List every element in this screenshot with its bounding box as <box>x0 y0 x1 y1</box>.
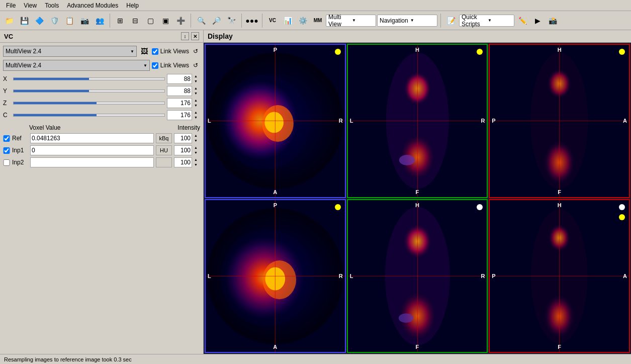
toolbar-icon-1[interactable]: 📁 <box>2 14 16 28</box>
slider-y-spinner[interactable]: ▲ ▼ <box>194 86 200 96</box>
panel-close-btn[interactable]: ✕ <box>191 32 199 40</box>
toolbar-icon-3[interactable]: 🔷 <box>32 14 46 28</box>
cell-5-top-label: H <box>558 202 562 208</box>
voxel-ref-spinner[interactable]: ▲ ▼ <box>194 133 200 143</box>
voxel-row-ref: Ref 0.0481263 kBq 100 ▲ ▼ <box>3 133 200 143</box>
link-views-checkbox-1[interactable]: Link Views <box>152 48 189 55</box>
link-views-checkbox-2[interactable]: Link Views <box>152 62 189 69</box>
refresh-btn-1[interactable]: ↺ <box>191 47 200 56</box>
svg-point-10 <box>399 155 414 165</box>
cell-2-dot <box>619 49 625 55</box>
toolbar-icon-5[interactable]: 📋 <box>62 14 76 28</box>
multiview-dropdown-1[interactable]: MultiView 2.4 ▼ <box>3 46 137 57</box>
display-cell-4[interactable]: H F L R <box>347 199 488 353</box>
toolbar-list-icon[interactable]: 📊 <box>281 14 295 28</box>
toolbar-mm-icon[interactable]: MM <box>311 14 325 28</box>
slider-c-spinner[interactable]: ▲ ▼ <box>194 110 200 120</box>
cell-4-dot <box>477 204 483 210</box>
voxel-ref-input[interactable]: 0.0481263 <box>30 133 154 143</box>
panel-titlebar: VC ↕ ✕ <box>0 30 203 43</box>
toolbar-settings-icon[interactable]: ⚙️ <box>296 14 310 28</box>
toolbar-grid-square[interactable]: ▣ <box>158 14 172 28</box>
voxel-inp2-check[interactable] <box>3 159 10 166</box>
cell-5-right-label: A <box>623 273 627 279</box>
toolbar-play-icon[interactable]: ▶ <box>530 14 545 28</box>
multiview-img-btn-1[interactable]: 🖼 <box>139 46 150 57</box>
slider-y-label: Y <box>3 87 11 95</box>
slider-z-fill <box>14 102 97 104</box>
display-cell-5[interactable]: H F P A <box>489 199 630 353</box>
panel-restore-btn[interactable]: ↕ <box>181 32 189 40</box>
multiview-dropdown-2[interactable]: MultiView 2.4 ▼ <box>3 60 150 71</box>
cell-0-top-label: P <box>274 47 277 53</box>
cell-1-right-label: R <box>481 118 485 124</box>
voxel-inp1-check[interactable] <box>3 147 10 154</box>
cell-5-left-label: P <box>492 273 495 279</box>
menu-file[interactable]: File <box>2 1 20 10</box>
menu-view[interactable]: View <box>20 1 41 10</box>
display-cell-1[interactable]: H F L R <box>347 44 488 198</box>
svg-point-29 <box>398 313 413 323</box>
display-cell-2[interactable]: H F P A <box>489 44 630 198</box>
voxel-ref-check[interactable] <box>3 135 10 142</box>
quickscripts-dropdown[interactable]: Quick Scripts ▼ <box>459 15 514 27</box>
sliders-section: X 88 ▲ ▼ Y 88 <box>3 74 200 120</box>
toolbar-add[interactable]: ➕ <box>173 14 188 28</box>
slider-x-track[interactable] <box>13 77 165 80</box>
voxel-inp2-input[interactable] <box>30 157 154 167</box>
refresh-btn-2[interactable]: ↺ <box>191 61 200 70</box>
toolbar-capture-icon[interactable]: 📸 <box>546 14 560 28</box>
toolbar-zoom-fit[interactable]: 🔭 <box>224 14 238 28</box>
toolbar-pencil-icon[interactable]: ✏️ <box>515 14 529 28</box>
cell-3-right-label: R <box>339 273 343 279</box>
main-layout: VC ↕ ✕ MultiView 2.4 ▼ 🖼 Link Views <box>0 30 631 354</box>
toolbar-icon-6[interactable]: 📷 <box>77 14 92 28</box>
slider-z-spinner[interactable]: ▲ ▼ <box>194 98 200 108</box>
voxel-inp1-input[interactable]: 0 <box>30 145 154 155</box>
cell-2-left-label: P <box>492 118 495 124</box>
menu-help[interactable]: Help <box>122 1 143 10</box>
navigation-dropdown[interactable]: Navigation ▼ <box>377 15 437 27</box>
slider-c-track[interactable] <box>13 114 165 117</box>
voxel-ref-unit: kBq <box>156 133 172 143</box>
multiview-row-1: MultiView 2.4 ▼ 🖼 Link Views ↺ <box>3 46 200 57</box>
link-views-row-2: Link Views ↺ <box>152 61 200 70</box>
cell-4-right-label: R <box>481 273 485 279</box>
toolbar-icon-2[interactable]: 💾 <box>17 14 31 28</box>
slider-x-spinner[interactable]: ▲ ▼ <box>194 74 200 84</box>
multiview-dropdown[interactable]: Multi View ▼ <box>326 15 376 27</box>
toolbar-zoom-in[interactable]: 🔍 <box>194 14 208 28</box>
display-cell-0[interactable]: P A L R <box>205 44 346 198</box>
voxel-row-inp1: Inp1 0 HU 100 ▲ ▼ <box>3 145 200 155</box>
menu-advanced[interactable]: Advanced Modules <box>63 1 122 10</box>
menu-tools[interactable]: Tools <box>41 1 63 10</box>
toolbar-sep-4 <box>262 14 262 28</box>
slider-z-track[interactable] <box>13 102 165 105</box>
slider-y-track[interactable] <box>13 89 165 93</box>
voxel-inp2-spinner[interactable]: ▲ ▼ <box>194 157 200 167</box>
display-title: Display <box>204 30 631 43</box>
voxel-inp1-spinner[interactable]: ▲ ▼ <box>194 145 200 155</box>
toolbar-grid-single[interactable]: ▢ <box>143 14 157 28</box>
toolbar-grid-2x2[interactable]: ⊞ <box>113 14 127 28</box>
voxel-inp1-intensity: 100 <box>174 145 192 155</box>
cell-5-dot-2 <box>619 214 625 220</box>
slider-y-row: Y 88 ▲ ▼ <box>3 86 200 96</box>
toolbar-dots[interactable]: ●●● <box>245 14 259 28</box>
cell-5-bottom-label: F <box>558 344 561 350</box>
slider-x-row: X 88 ▲ ▼ <box>3 74 200 84</box>
toolbar-zoom-out[interactable]: 🔎 <box>209 14 223 28</box>
cell-1-top-label: H <box>415 47 419 53</box>
cell-3-dot <box>335 204 341 210</box>
toolbar-script-icon[interactable]: 📝 <box>444 14 458 28</box>
voxel-inp2-intensity: 100 <box>174 157 192 167</box>
cell-0-dot <box>335 49 341 55</box>
voxel-inp2-name: Inp2 <box>12 159 28 166</box>
toolbar-icon-4[interactable]: 🛡️ <box>47 14 61 28</box>
display-cell-3[interactable]: P A L R <box>205 199 346 353</box>
toolbar-grid-1x3[interactable]: ⊟ <box>128 14 142 28</box>
toolbar-icon-7[interactable]: 👥 <box>93 14 107 28</box>
cell-0-left-label: L <box>208 118 211 124</box>
cell-4-left-label: L <box>350 273 353 279</box>
toolbar-vc-icon[interactable]: VC <box>265 14 280 28</box>
